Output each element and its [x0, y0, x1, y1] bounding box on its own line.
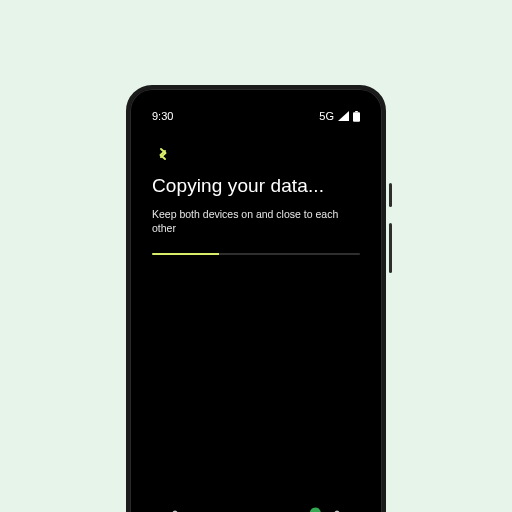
green-pill-icon — [305, 506, 323, 512]
page-title: Copying your data... — [152, 175, 360, 197]
status-right: 5G — [319, 110, 360, 122]
phone-side-button — [389, 223, 392, 273]
status-bar: 9:30 5G — [152, 107, 360, 125]
svg-rect-1 — [353, 112, 360, 122]
battery-icon — [353, 111, 360, 122]
phone-frame: 9:30 5G — [126, 85, 386, 512]
progress-bar — [152, 253, 360, 255]
conveyor-illustration — [134, 443, 378, 512]
svg-rect-0 — [355, 111, 358, 112]
phone-screen: 9:30 5G — [134, 93, 378, 512]
phone-side-button — [389, 183, 392, 207]
page-subtext: Keep both devices on and close to each o… — [152, 207, 360, 235]
progress-fill — [152, 253, 219, 255]
phone-device: 9:30 5G — [126, 85, 386, 512]
network-label: 5G — [319, 110, 334, 122]
signal-icon — [338, 111, 349, 121]
status-time: 9:30 — [152, 110, 173, 122]
transfer-arrows-icon — [152, 147, 174, 161]
